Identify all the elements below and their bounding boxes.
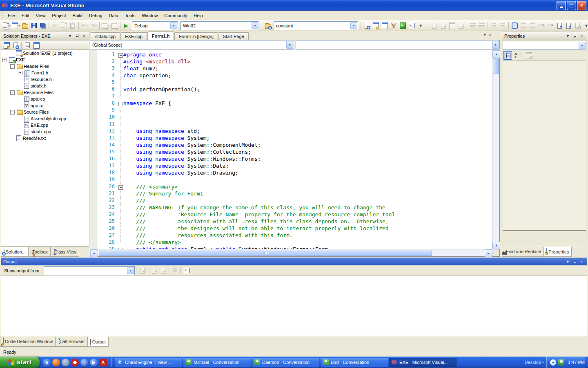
- tree-expand-icon[interactable]: +: [18, 71, 22, 75]
- menu-debug[interactable]: Debug: [86, 12, 105, 19]
- start-button[interactable]: start: [0, 357, 40, 368]
- menu-grip[interactable]: [1, 12, 3, 18]
- close-document-icon[interactable]: ×: [489, 33, 492, 38]
- menu-data[interactable]: Data: [106, 12, 122, 19]
- members-combo[interactable]: ▼: [296, 40, 500, 49]
- find-symbol-icon[interactable]: [363, 22, 371, 29]
- restore-button[interactable]: [567, 1, 576, 10]
- tab-solution-[interactable]: Solution...: [1, 247, 29, 257]
- add-new-item-icon[interactable]: ▾: [12, 22, 20, 29]
- chevron-down-icon[interactable]: ▼: [170, 22, 177, 29]
- close-panel-icon[interactable]: ×: [81, 33, 87, 39]
- scroll-down-icon[interactable]: ▼: [492, 242, 500, 249]
- chevron-down-icon[interactable]: ▼: [286, 41, 293, 49]
- tab-form1-h-design-[interactable]: Form1.h [Design]: [174, 32, 218, 40]
- tree-item[interactable]: −Source Files: [1, 109, 89, 115]
- command-window-icon[interactable]: [408, 22, 416, 29]
- vertical-scrollbar[interactable]: ▲ ▼: [492, 50, 499, 249]
- horizontal-scroll-thumb[interactable]: [99, 250, 432, 256]
- internet-explorer-icon[interactable]: e: [43, 359, 51, 366]
- output-source-combo[interactable]: ▼: [44, 266, 135, 275]
- menu-window[interactable]: Window: [138, 12, 161, 19]
- scroll-right-icon[interactable]: ►: [485, 249, 492, 257]
- taskbar-button[interactable]: Michael - Conversation: [183, 358, 251, 367]
- tab-exe-cpp[interactable]: EXE.cpp: [120, 32, 147, 40]
- alphabetical-sort-icon[interactable]: ↓: [513, 52, 521, 59]
- view-code-icon[interactable]: [23, 42, 31, 49]
- chevron-down-icon[interactable]: ▼: [127, 267, 134, 274]
- firefox-icon[interactable]: [52, 359, 60, 366]
- vertical-scroll-thumb[interactable]: [493, 58, 499, 74]
- start-debugging-icon[interactable]: ▶: [122, 22, 130, 29]
- media-play-icon[interactable]: ▶: [90, 359, 98, 366]
- tree-item[interactable]: C+EXE.cpp: [1, 122, 89, 128]
- menu-community[interactable]: Community: [161, 12, 191, 19]
- tree-item[interactable]: hresource.h: [1, 76, 89, 83]
- tree-item[interactable]: app.ico: [1, 96, 89, 102]
- tab-form1-h[interactable]: Form1.h: [147, 31, 174, 40]
- tab-toolbox[interactable]: Toolbox: [28, 247, 51, 257]
- object-browser-icon[interactable]: [381, 22, 389, 29]
- tab-find-and-replace[interactable]: Find and Replace: [502, 247, 544, 257]
- categorized-icon[interactable]: [503, 51, 512, 60]
- menu-build[interactable]: Build: [69, 12, 86, 19]
- menu-file[interactable]: File: [4, 12, 18, 19]
- chevron-down-icon[interactable]: ▼: [350, 22, 357, 29]
- find-combo[interactable]: constant ▼: [274, 21, 358, 30]
- tree-expand-icon[interactable]: −: [10, 90, 15, 95]
- types-combo[interactable]: (Global Scope) ▼: [90, 40, 294, 49]
- save-all-icon[interactable]: [39, 22, 47, 29]
- menu-edit[interactable]: Edit: [18, 12, 33, 19]
- tree-item[interactable]: −Header Files: [1, 63, 89, 70]
- menu-project[interactable]: Project: [49, 12, 69, 19]
- chevron-down-icon[interactable]: ▼: [252, 22, 258, 29]
- code-surface[interactable]: 1−#pragma once2#using <mscorlib.dll>3flo…: [90, 50, 492, 249]
- tree-item[interactable]: C+AssemblyInfo.cpp: [1, 115, 89, 122]
- menu-help[interactable]: Help: [190, 12, 206, 19]
- media-red-icon[interactable]: [71, 359, 79, 366]
- ad-aware-icon[interactable]: A: [99, 359, 107, 366]
- tree-expand-icon[interactable]: −: [10, 64, 15, 69]
- navigate-to-icon[interactable]: [399, 22, 407, 29]
- tab-class-view[interactable]: Class View: [50, 247, 79, 257]
- itunes-icon[interactable]: ♪: [80, 359, 88, 366]
- toolbar-options-icon[interactable]: ▾: [416, 22, 425, 29]
- open-file-icon[interactable]: [21, 22, 29, 29]
- pet-app-icon[interactable]: [62, 359, 69, 366]
- close-button[interactable]: ×: [577, 1, 586, 10]
- tree-item[interactable]: ReadMe.txt: [1, 135, 89, 141]
- tree-expand-icon[interactable]: −: [10, 110, 15, 114]
- tree-item[interactable]: −Resource Files: [1, 89, 89, 96]
- taskbar-button[interactable]: eCheat Engine :: View ...: [115, 358, 182, 367]
- auto-hide-pin-icon[interactable]: [572, 33, 578, 39]
- properties-window-icon[interactable]: [372, 22, 380, 29]
- external-tools-icon[interactable]: [390, 22, 398, 29]
- toolbar-overflow-chevron-icon[interactable]: »: [542, 360, 544, 364]
- tab-stdafx-cpp[interactable]: stdafx.cpp: [91, 32, 120, 40]
- scroll-left-icon[interactable]: ◄: [90, 249, 98, 257]
- object-combo[interactable]: ▼: [503, 41, 586, 50]
- horizontal-scrollbar[interactable]: ◄ ►: [90, 249, 492, 256]
- taskbar-button[interactable]: EXE - Microsoft Visual...: [389, 358, 457, 367]
- save-icon[interactable]: [30, 22, 38, 29]
- tab-call-browser[interactable]: Call Browser: [55, 337, 87, 347]
- fold-collapse-icon[interactable]: −: [118, 100, 123, 107]
- hide-inactive-icons-icon[interactable]: ◄: [550, 359, 556, 366]
- taskbar-clock[interactable]: 1:47 PM: [568, 360, 585, 365]
- code-editor[interactable]: 1−#pragma once2#using <mscorlib.dll>3flo…: [90, 50, 500, 257]
- show-all-files-icon[interactable]: [11, 42, 20, 49]
- chevron-down-icon[interactable]: ▼: [579, 42, 586, 49]
- previous-bookmark-icon[interactable]: [555, 22, 564, 29]
- chevron-down-icon[interactable]: ▼: [492, 41, 499, 49]
- view-designer-icon[interactable]: [32, 42, 40, 49]
- tree-item[interactable]: +Form1.h: [1, 70, 89, 76]
- taskbar-button[interactable]: Daemon - Conversation: [252, 358, 319, 367]
- tree-item[interactable]: app.rc: [1, 102, 89, 109]
- window-position-icon[interactable]: ▼: [565, 259, 571, 265]
- document-list-dropdown-icon[interactable]: ▼: [483, 33, 487, 38]
- properties-grid[interactable]: [503, 61, 586, 231]
- new-project-icon[interactable]: ▾: [3, 22, 11, 29]
- tab-output[interactable]: Output: [87, 337, 109, 347]
- close-panel-icon[interactable]: ×: [579, 259, 585, 265]
- auto-hide-pin-icon[interactable]: [572, 259, 578, 265]
